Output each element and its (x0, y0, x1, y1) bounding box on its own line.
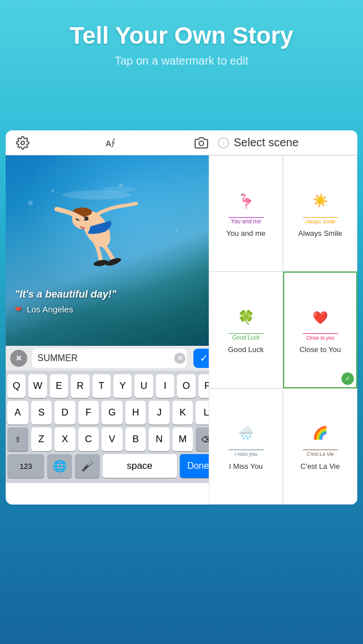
key-v[interactable]: V (102, 427, 123, 451)
scene-item-you-and-me[interactable]: 🦩 You and me You and me (209, 155, 283, 272)
key-j[interactable]: J (149, 401, 170, 425)
header-section: Tell Your Own Story Tap on a watermark t… (0, 0, 363, 79)
key-b[interactable]: B (125, 427, 146, 451)
text-style-icon[interactable]: A (104, 135, 120, 151)
key-shift[interactable]: ⇧ (7, 427, 28, 451)
keyboard-row-3: ⇧ Z X C V B N M ⌫ (7, 427, 217, 451)
scene-item-label-close-to-you: Close to You (299, 345, 341, 354)
scene-item-always-smile[interactable]: ☀️ Always Smile Always Smile (283, 155, 357, 272)
key-n[interactable]: N (149, 427, 170, 451)
search-bar: ✕ ✕ ✓ (6, 346, 218, 371)
key-a[interactable]: A (7, 401, 28, 425)
scene-panel: › Select scene 🦩 You and me You and me (209, 130, 357, 505)
key-y[interactable]: Y (113, 374, 132, 398)
svg-point-0 (21, 141, 24, 145)
bubble (176, 229, 178, 231)
photo-location-text: ❤ Los Angeles (15, 304, 73, 315)
key-k[interactable]: K (172, 401, 193, 425)
key-r[interactable]: R (71, 374, 89, 398)
key-h[interactable]: H (125, 401, 146, 425)
scene-panel-title: Select scene (234, 136, 299, 149)
scene-icon-close-to-you: ❤️ Close to you (301, 308, 340, 342)
key-globe[interactable]: 🌐 (47, 454, 72, 478)
settings-icon[interactable] (15, 135, 31, 151)
key-q[interactable]: Q (7, 374, 26, 398)
main-card: A (6, 130, 357, 505)
key-numbers[interactable]: 123 (7, 454, 44, 478)
photo-panel: A (6, 130, 218, 346)
key-m[interactable]: M (172, 427, 193, 451)
scene-panel-back-arrow[interactable]: › (218, 137, 229, 149)
svg-point-4 (102, 187, 136, 192)
key-t[interactable]: T (92, 374, 111, 398)
swimmer-illustration (40, 178, 153, 280)
keyboard: Q W E R T Y U I O P A S D F G (6, 371, 218, 483)
scene-item-label-good-luck: Good Luck (228, 345, 264, 354)
scene-panel-header: › Select scene (209, 130, 357, 155)
key-space[interactable]: space (103, 454, 177, 478)
scene-icon-miss-you: 🌧️ I miss you (226, 425, 266, 459)
key-microphone[interactable]: 🎤 (75, 454, 100, 478)
scene-item-good-luck[interactable]: 🍀 Good Luck Good Luck (209, 272, 283, 388)
bubble (28, 201, 33, 205)
key-x[interactable]: X (54, 427, 75, 451)
search-clear-button[interactable]: ✕ (174, 353, 185, 364)
scene-icon-you-and-me: 🦩 You and me (226, 192, 266, 226)
header-title: Tell Your Own Story (11, 23, 352, 49)
key-f[interactable]: F (78, 401, 99, 425)
key-c[interactable]: C (78, 427, 99, 451)
key-e[interactable]: E (50, 374, 68, 398)
photo-quote-text: "It's a beautiful day!" (15, 289, 116, 300)
key-s[interactable]: S (31, 401, 52, 425)
keyboard-row-4: 123 🌐 🎤 space Done (7, 454, 217, 478)
key-g[interactable]: G (102, 401, 123, 425)
scene-icon-cest-la-vie: 🌈 C'est La Vie (301, 425, 340, 459)
camera-icon[interactable] (193, 135, 209, 151)
key-d[interactable]: D (54, 401, 75, 425)
svg-point-2 (199, 141, 204, 146)
scene-item-close-to-you[interactable]: ❤️ Close to you Close to You ✓ (283, 272, 357, 388)
key-o[interactable]: O (177, 374, 195, 398)
photo-container[interactable]: "It's a beautiful day!" ❤ Los Angeles (6, 155, 218, 346)
search-cancel-button[interactable]: ✕ (10, 350, 27, 367)
scene-icon-always-smile: ☀️ Always Smile (301, 192, 340, 226)
scene-item-miss-you[interactable]: 🌧️ I miss you I Miss You (209, 388, 283, 505)
header-subtitle: Tap on a watermark to edit (11, 54, 352, 67)
key-u[interactable]: U (134, 374, 153, 398)
key-i[interactable]: I (156, 374, 174, 398)
scene-item-label-you-and-me: You and me (226, 229, 265, 238)
key-w[interactable]: W (28, 374, 47, 398)
scene-item-label-always-smile: Always Smile (298, 229, 342, 238)
keyboard-row-1: Q W E R T Y U I O P (7, 374, 217, 398)
key-z[interactable]: Z (31, 427, 52, 451)
scene-grid: 🦩 You and me You and me ☀️ Always Smile (209, 155, 357, 505)
keyboard-row-2: A S D F G H J K L (7, 401, 217, 425)
search-input[interactable] (32, 349, 187, 368)
heart-icon: ❤ (15, 304, 22, 314)
scene-item-label-cest-la-vie: C'est La Vie (301, 462, 340, 471)
toolbar: A (6, 130, 218, 155)
editor-area: A (6, 130, 357, 346)
scene-item-label-miss-you: I Miss You (229, 462, 263, 471)
photo-background: "It's a beautiful day!" ❤ Los Angeles (6, 155, 218, 346)
scene-item-cest-la-vie[interactable]: 🌈 C'est La Vie C'est La Vie (283, 388, 357, 505)
scene-icon-good-luck: 🍀 Good Luck (226, 308, 266, 342)
selected-checkmark: ✓ (341, 372, 354, 385)
svg-point-12 (93, 259, 108, 267)
svg-text:A: A (105, 139, 111, 148)
